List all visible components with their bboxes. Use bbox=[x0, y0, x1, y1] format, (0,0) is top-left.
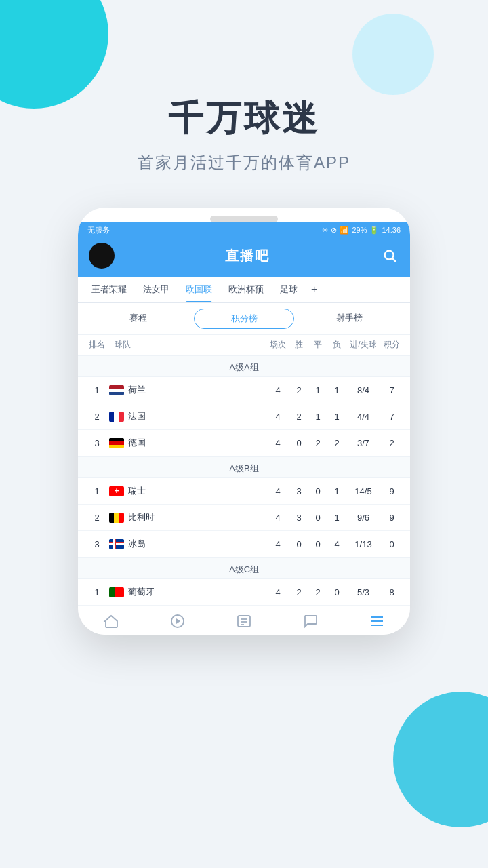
col-rank: 排名 bbox=[85, 339, 109, 351]
games-1b: 4 bbox=[266, 486, 289, 496]
table-row[interactable]: 1 葡萄牙 4 2 2 0 5/3 8 bbox=[78, 579, 410, 606]
team-germany: 德国 bbox=[109, 437, 266, 449]
games-2b: 4 bbox=[266, 513, 289, 523]
group-a-label: A级A组 bbox=[78, 355, 410, 377]
lose-1c: 0 bbox=[327, 587, 346, 597]
flag-ch bbox=[109, 486, 124, 496]
tab-fajia[interactable]: 法女甲 bbox=[135, 277, 178, 302]
app-logo[interactable] bbox=[89, 243, 115, 269]
draw-2a: 1 bbox=[308, 412, 327, 422]
games-1c: 4 bbox=[266, 587, 289, 597]
bottom-nav-play[interactable] bbox=[144, 613, 211, 629]
subtab-scorers[interactable]: 射手榜 bbox=[300, 309, 399, 329]
flag-nl bbox=[109, 385, 124, 395]
app-title: 直播吧 bbox=[225, 247, 270, 265]
table-row[interactable]: 2 比利时 4 3 0 1 9/6 9 bbox=[78, 505, 410, 531]
signal-icon: 📶 bbox=[340, 226, 349, 235]
bluetooth-icon: ✳ bbox=[322, 226, 328, 235]
table-row[interactable]: 1 荷兰 4 2 1 1 8/4 7 bbox=[78, 377, 410, 403]
table-header: 排名 球队 场次 胜 平 负 进/失球 积分 bbox=[78, 335, 410, 355]
tab-zuqiu[interactable]: 足球 bbox=[272, 277, 306, 302]
search-button[interactable] bbox=[380, 246, 399, 265]
pts-1b: 9 bbox=[380, 486, 403, 496]
svg-point-0 bbox=[385, 251, 394, 260]
rank-1c: 1 bbox=[85, 587, 109, 597]
pts-3a: 2 bbox=[380, 438, 403, 448]
gd-3a: 3/7 bbox=[346, 438, 380, 448]
tab-wangzhe[interactable]: 王者荣耀 bbox=[83, 277, 135, 302]
games-3b: 4 bbox=[266, 539, 289, 549]
group-c-label: A级C组 bbox=[78, 557, 410, 579]
lose-3a: 2 bbox=[327, 438, 346, 448]
gd-2a: 4/4 bbox=[346, 412, 380, 422]
battery-icon: 🔋 bbox=[369, 226, 379, 235]
col-gd: 进/失球 bbox=[346, 339, 380, 351]
home-icon bbox=[103, 613, 119, 629]
bottom-nav-home[interactable] bbox=[78, 613, 144, 629]
tab-ouzhou[interactable]: 欧洲杯预 bbox=[220, 277, 272, 302]
team-name: 比利时 bbox=[128, 511, 155, 524]
games-1a: 4 bbox=[266, 385, 289, 395]
win-1b: 3 bbox=[289, 486, 308, 496]
gd-1c: 5/3 bbox=[346, 587, 380, 597]
lose-2b: 1 bbox=[327, 513, 346, 523]
status-no-service: 无服务 bbox=[87, 225, 110, 235]
lose-1a: 1 bbox=[327, 385, 346, 395]
gd-2b: 9/6 bbox=[346, 513, 380, 523]
list-icon bbox=[369, 613, 385, 629]
games-3a: 4 bbox=[266, 438, 289, 448]
win-2a: 2 bbox=[289, 412, 308, 422]
table-row[interactable]: 3 德国 4 0 2 2 3/7 2 bbox=[78, 430, 410, 456]
games-2a: 4 bbox=[266, 412, 289, 422]
bottom-nav bbox=[78, 606, 410, 635]
app-header: 直播吧 bbox=[78, 237, 410, 277]
tab-ouguo[interactable]: 欧国联 bbox=[178, 277, 220, 302]
chat-icon bbox=[302, 613, 319, 629]
col-lose: 负 bbox=[327, 339, 346, 351]
wifi-icon: ⊘ bbox=[331, 226, 337, 235]
flag-fr bbox=[109, 412, 124, 422]
col-team: 球队 bbox=[109, 339, 266, 351]
rank-2b: 2 bbox=[85, 513, 109, 523]
status-bar: 无服务 ✳ ⊘ 📶 29% 🔋 14:36 bbox=[78, 222, 410, 237]
phone-notch bbox=[210, 216, 278, 222]
lose-1b: 1 bbox=[327, 486, 346, 496]
header-section: 千万球迷 首家月活过千万的体育APP bbox=[0, 0, 488, 174]
table-row[interactable]: 1 瑞士 4 3 0 1 14/5 9 bbox=[78, 478, 410, 505]
lose-3b: 4 bbox=[327, 539, 346, 549]
subtab-standings[interactable]: 积分榜 bbox=[194, 309, 295, 329]
search-icon bbox=[382, 248, 397, 263]
flag-pt bbox=[109, 587, 124, 597]
col-pts: 积分 bbox=[380, 339, 403, 351]
table-row[interactable]: 2 法国 4 2 1 1 4/4 7 bbox=[78, 403, 410, 430]
draw-1b: 0 bbox=[308, 486, 327, 496]
rank-2a: 2 bbox=[85, 412, 109, 422]
status-right: ✳ ⊘ 📶 29% 🔋 14:36 bbox=[322, 226, 401, 235]
sub-title: 首家月活过千万的体育APP bbox=[0, 152, 488, 174]
team-france: 法国 bbox=[109, 410, 266, 422]
team-name: 葡萄牙 bbox=[128, 586, 155, 598]
phone-mockup: 无服务 ✳ ⊘ 📶 29% 🔋 14:36 直播吧 王者荣耀 bbox=[78, 208, 410, 635]
team-iceland: 冰岛 bbox=[109, 538, 266, 550]
play-icon bbox=[169, 613, 186, 629]
flag-is bbox=[109, 539, 124, 549]
pts-2a: 7 bbox=[380, 412, 403, 422]
bottom-nav-news[interactable] bbox=[211, 613, 277, 629]
svg-marker-3 bbox=[176, 618, 180, 624]
bottom-nav-chat[interactable] bbox=[277, 613, 344, 629]
nav-tab-add[interactable]: + bbox=[306, 277, 323, 302]
svg-line-1 bbox=[392, 258, 396, 262]
pts-3b: 0 bbox=[380, 539, 403, 549]
flag-be bbox=[109, 513, 124, 523]
col-win: 胜 bbox=[289, 339, 308, 351]
table-row[interactable]: 3 冰岛 4 0 0 4 1/13 0 bbox=[78, 531, 410, 557]
draw-1a: 1 bbox=[308, 385, 327, 395]
subtab-schedule[interactable]: 赛程 bbox=[89, 309, 188, 329]
battery-percent: 29% bbox=[352, 226, 367, 234]
bottom-nav-list[interactable] bbox=[344, 613, 410, 629]
team-name: 冰岛 bbox=[128, 538, 146, 550]
rank-3b: 3 bbox=[85, 539, 109, 549]
team-name: 德国 bbox=[128, 437, 146, 449]
team-netherlands: 荷兰 bbox=[109, 384, 266, 396]
win-3a: 0 bbox=[289, 438, 308, 448]
